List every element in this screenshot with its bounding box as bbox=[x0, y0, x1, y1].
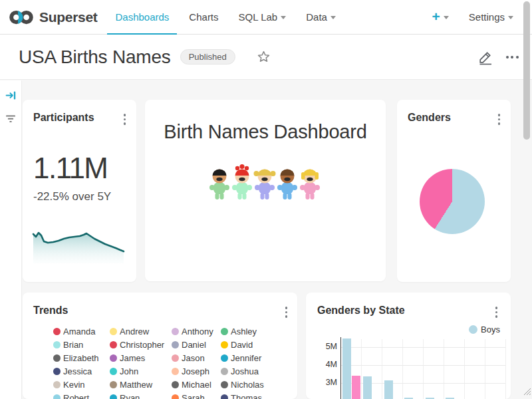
legend-item-david[interactable]: David bbox=[221, 338, 294, 351]
legend-dot bbox=[53, 341, 61, 348]
resize-handle[interactable] bbox=[522, 386, 531, 398]
gridline bbox=[485, 339, 485, 399]
bar-boys[interactable] bbox=[384, 380, 393, 399]
legend-label: Jessica bbox=[63, 366, 92, 376]
legend-dot bbox=[172, 368, 179, 375]
trends-legend: AmandaAndrewAnthonyAshleyBrianChristophe… bbox=[53, 325, 294, 399]
legend-label: Joshua bbox=[231, 366, 259, 376]
legend-label: James bbox=[120, 353, 145, 363]
legend-item-robert[interactable]: Robert bbox=[53, 391, 110, 399]
legend-dot bbox=[221, 381, 228, 388]
nav-item-label: Data bbox=[306, 11, 327, 23]
bar-boys[interactable] bbox=[363, 376, 372, 399]
expand-filter-bar-button[interactable] bbox=[1, 86, 20, 104]
legend-item-joshua[interactable]: Joshua bbox=[221, 364, 294, 378]
genders-card: Genders bbox=[397, 100, 511, 282]
big-number-value: 1.11M bbox=[33, 152, 108, 185]
child-figure bbox=[232, 164, 252, 200]
big-number-subheader: -22.5% over 5Y bbox=[33, 190, 111, 203]
legend-item-andrew[interactable]: Andrew bbox=[110, 325, 172, 338]
bar-girls[interactable] bbox=[352, 376, 360, 399]
settings-label: Settings bbox=[469, 11, 505, 23]
legend-dot bbox=[110, 354, 117, 362]
legend-item-kevin[interactable]: Kevin bbox=[53, 378, 110, 391]
markdown-heading: Birth Names Dashboard bbox=[145, 121, 386, 143]
legend-dot bbox=[110, 341, 117, 348]
child-figure bbox=[209, 170, 229, 200]
legend-item-joseph[interactable]: Joseph bbox=[172, 364, 221, 378]
legend-label: Thomas bbox=[231, 393, 262, 399]
chevron-down-icon bbox=[281, 16, 286, 19]
vertical-scrollbar[interactable] bbox=[523, 1, 530, 140]
markdown-card: Birth Names Dashboard bbox=[145, 100, 386, 281]
superset-app: Superset DashboardsChartsSQL LabData + S… bbox=[0, 0, 532, 399]
legend-item-matthew[interactable]: Matthew bbox=[110, 378, 172, 391]
edit-dashboard-button[interactable] bbox=[476, 48, 495, 66]
legend-dot bbox=[172, 381, 179, 388]
chart-title: Genders bbox=[408, 112, 451, 124]
chart-kebab-menu[interactable] bbox=[122, 112, 128, 126]
legend-dot bbox=[53, 381, 61, 388]
main-nav: DashboardsChartsSQL LabData bbox=[105, 0, 345, 35]
legend-dot bbox=[172, 394, 179, 399]
legend-dot bbox=[221, 328, 228, 335]
legend-item-jennifer[interactable]: Jennifer bbox=[221, 351, 294, 364]
genders-pie-chart[interactable] bbox=[420, 169, 485, 234]
legend-item-daniel[interactable]: Daniel bbox=[172, 338, 221, 351]
legend-item-jessica[interactable]: Jessica bbox=[53, 364, 110, 378]
legend-item-ashley[interactable]: Ashley bbox=[221, 325, 294, 338]
gridline bbox=[444, 339, 444, 399]
legend-label: Robert bbox=[63, 393, 89, 399]
child-figure bbox=[300, 170, 320, 200]
nav-item-data[interactable]: Data bbox=[298, 0, 344, 35]
participants-sparkline-chart[interactable] bbox=[32, 229, 125, 266]
superset-logo[interactable]: Superset bbox=[0, 9, 97, 26]
genders-by-state-card: 5M4M3M Genders by State Boys bbox=[306, 293, 511, 399]
legend-label: Jennifer bbox=[231, 353, 261, 363]
favorite-star-icon[interactable] bbox=[257, 50, 271, 64]
legend-label: David bbox=[231, 340, 253, 350]
legend-item-michael[interactable]: Michael bbox=[172, 378, 221, 391]
chart-title: Trends bbox=[33, 305, 68, 317]
chart-kebab-menu[interactable] bbox=[497, 112, 502, 126]
dashboard-title: USA Births Names bbox=[19, 47, 171, 68]
more-actions-button[interactable] bbox=[503, 48, 521, 66]
legend-item-nicholas[interactable]: Nicholas bbox=[221, 378, 294, 391]
nav-item-label: Charts bbox=[189, 11, 218, 23]
legend-item-christopher[interactable]: Christopher bbox=[110, 338, 172, 351]
bar-boys[interactable] bbox=[342, 338, 351, 399]
chart-title: Participants bbox=[33, 112, 94, 124]
nav-item-dashboards[interactable]: Dashboards bbox=[107, 0, 177, 35]
chart-kebab-menu[interactable] bbox=[284, 305, 289, 319]
filter-icon[interactable] bbox=[1, 110, 20, 128]
legend-dot bbox=[110, 328, 117, 335]
legend-label: Ashley bbox=[231, 327, 257, 336]
legend-item-brian[interactable]: Brian bbox=[53, 338, 110, 351]
legend-dot bbox=[53, 328, 61, 335]
settings-menu[interactable]: Settings bbox=[469, 11, 513, 23]
legend-item-john[interactable]: John bbox=[110, 364, 172, 378]
legend-item-elizabeth[interactable]: Elizabeth bbox=[53, 351, 110, 364]
legend-item-james[interactable]: James bbox=[110, 351, 172, 364]
legend-label: Ryan bbox=[120, 393, 140, 399]
legend-dot bbox=[221, 341, 228, 348]
legend-item-ryan[interactable]: Ryan bbox=[110, 391, 172, 399]
boys-legend-item[interactable]: Boys bbox=[469, 325, 500, 334]
legend-item-thomas[interactable]: Thomas bbox=[221, 391, 294, 399]
legend-item-sarah[interactable]: Sarah bbox=[172, 391, 221, 399]
new-button[interactable]: + bbox=[432, 11, 449, 23]
y-axis-tick: 5M bbox=[315, 342, 337, 351]
legend-item-jason[interactable]: Jason bbox=[172, 351, 221, 364]
legend-item-anthony[interactable]: Anthony bbox=[172, 325, 221, 338]
legend-dot bbox=[53, 354, 61, 362]
header-actions bbox=[476, 48, 521, 66]
legend-item-amanda[interactable]: Amanda bbox=[53, 325, 110, 338]
legend-label: Elizabeth bbox=[63, 353, 98, 363]
nav-item-charts[interactable]: Charts bbox=[181, 0, 226, 35]
y-axis-tick: 3M bbox=[315, 378, 337, 387]
superset-infinity-icon bbox=[9, 9, 33, 26]
nav-item-sql-lab[interactable]: SQL Lab bbox=[231, 0, 295, 35]
chart-kebab-menu[interactable] bbox=[494, 305, 499, 319]
legend-label: Anthony bbox=[182, 327, 213, 336]
published-badge[interactable]: Published bbox=[180, 49, 235, 65]
